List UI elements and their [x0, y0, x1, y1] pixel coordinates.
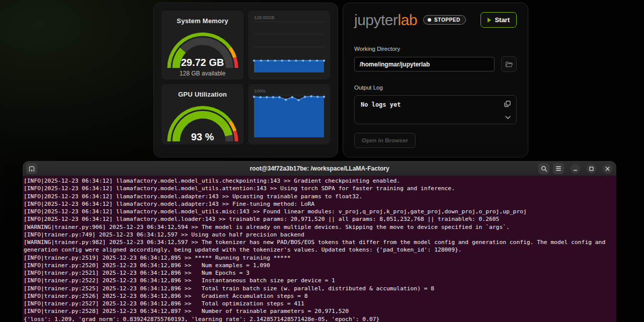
terminal-log-line: [INFO|2025-12-23 06:34:12] llamafactory.…	[24, 185, 615, 192]
logo-jupyter-text: jupyter	[354, 12, 398, 28]
terminal-log-line: [INFO|trainer.py:2526] 2025-12-23 06:34:…	[24, 292, 615, 300]
terminal-log-line: {'loss': 1.209, 'grad_norm': 0.839242875…	[24, 315, 615, 322]
browse-folder-button[interactable]	[501, 56, 517, 72]
terminal-log-line: [INFO|trainer.py:2527] 2025-12-23 06:34:…	[24, 300, 615, 307]
minimize-button[interactable]	[571, 164, 580, 174]
maximize-button[interactable]	[587, 164, 596, 174]
status-dot-icon	[428, 18, 431, 22]
terminal-log-line: [INFO|trainer.py:2521] 2025-12-23 06:34:…	[24, 269, 615, 277]
copy-log-button[interactable]	[503, 100, 512, 110]
terminal-output[interactable]: [INFO|2025-12-23 06:34:12] llamafactory.…	[23, 176, 616, 322]
menu-button[interactable]	[553, 163, 564, 174]
terminal-log-line: [INFO|2025-12-23 06:34:12] llamafactory.…	[24, 200, 615, 208]
play-icon	[488, 18, 491, 23]
system-monitor-panel: System Memory 29.72 GB 128 GB available …	[153, 3, 338, 157]
terminal-log-line: [INFO|trainer.py:2519] 2025-12-23 06:34:…	[24, 254, 615, 262]
terminal-log-line: [INFO|trainer.py:2525] 2025-12-23 06:34:…	[24, 285, 615, 292]
start-button-label: Start	[495, 16, 510, 24]
terminal-log-line: [INFO|2025-12-23 06:34:12] llamafactory.…	[24, 208, 615, 215]
log-placeholder-text: No logs yet	[361, 101, 400, 108]
status-badge: STOPPED	[423, 15, 466, 25]
chevron-down-icon	[505, 116, 511, 119]
terminal-log-line: [INFO|trainer.py:2520] 2025-12-23 06:34:…	[24, 262, 615, 269]
gpu-axis-label: 100%	[254, 89, 266, 94]
terminal-log-line: [WARNING|trainer.py:906] 2025-12-23 06:3…	[24, 223, 615, 231]
terminal-log-line: [INFO|trainer.py:2522] 2025-12-23 06:34:…	[24, 277, 615, 284]
minimize-icon	[573, 167, 578, 171]
start-button[interactable]: Start	[480, 12, 517, 28]
memory-axis-label: 128.00GB	[254, 15, 275, 20]
working-directory-label: Working Directory	[354, 46, 517, 52]
new-tab-button[interactable]	[26, 163, 37, 174]
new-tab-icon	[28, 166, 35, 172]
terminal-log-line: [WARNING|trainer.py:982] 2025-12-23 06:3…	[24, 238, 615, 246]
system-memory-available: 128 GB available	[165, 70, 240, 77]
system-memory-history-chart	[248, 11, 330, 79]
status-text: STOPPED	[434, 17, 460, 23]
terminal-log-line: [INFO|trainer.py:749] 2025-12-23 06:34:1…	[24, 231, 615, 238]
memory-chart-svg	[248, 11, 330, 79]
gpu-utilization-value: 93 %	[165, 131, 240, 143]
terminal-log-line: [INFO|2025-12-23 06:34:12] llamafactory.…	[24, 215, 615, 223]
jupyterlab-panel: jupyterlab STOPPED Start Working Directo…	[343, 3, 528, 157]
search-icon	[541, 166, 547, 172]
terminal-log-line: [INFO|2025-12-23 06:34:12] llamafactory.…	[24, 177, 615, 185]
terminal-log-line: generation config were aligned according…	[24, 246, 615, 254]
gpu-utilization-card: GPU Utilization 93 %	[162, 84, 244, 144]
system-memory-title: System Memory	[177, 17, 228, 25]
hamburger-menu-icon	[555, 166, 561, 171]
working-directory-row	[354, 56, 517, 72]
system-memory-card: System Memory 29.72 GB 128 GB available	[162, 11, 244, 79]
terminal-title: root@34f72a3b17be: /workspace/LLaMA-Fact…	[23, 161, 616, 176]
output-log-label: Output Log	[354, 85, 517, 91]
desktop-background: System Memory 29.72 GB 128 GB available …	[0, 0, 644, 322]
logo-lab-text: lab	[398, 12, 418, 28]
open-in-browser-button[interactable]: Open in Browser	[354, 133, 416, 148]
copy-icon	[504, 101, 511, 107]
maximize-icon	[589, 167, 594, 171]
gpu-utilization-gauge: 93 %	[165, 101, 240, 144]
folder-icon	[505, 61, 513, 67]
terminal-log-line: [INFO|2025-12-23 06:34:12] llamafactory.…	[24, 193, 615, 200]
expand-log-button[interactable]	[504, 112, 512, 122]
jupyterlab-logo: jupyterlab	[354, 13, 417, 28]
jupyterlab-header: jupyterlab STOPPED Start	[354, 12, 517, 28]
terminal-titlebar[interactable]: root@34f72a3b17be: /workspace/LLaMA-Fact…	[23, 161, 616, 176]
working-directory-input[interactable]	[354, 57, 495, 71]
terminal-log-line: [INFO|trainer.py:2528] 2025-12-23 06:34:…	[24, 307, 615, 315]
titlebar-left-group	[26, 163, 37, 174]
output-log-box: No logs yet	[354, 95, 517, 124]
close-button[interactable]	[603, 164, 612, 174]
titlebar-right-group	[538, 163, 612, 174]
gpu-utilization-title: GPU Utilization	[178, 91, 227, 98]
system-memory-gauge: 29.72 GB 128 GB available	[165, 28, 240, 79]
gpu-utilization-history-card: 100%	[248, 84, 330, 144]
system-memory-history-card: 128.00GB	[248, 11, 330, 79]
system-memory-value: 29.72 GB	[165, 57, 240, 68]
terminal-window: root@34f72a3b17be: /workspace/LLaMA-Fact…	[23, 161, 616, 322]
search-button[interactable]	[538, 163, 549, 174]
close-icon	[605, 167, 610, 171]
